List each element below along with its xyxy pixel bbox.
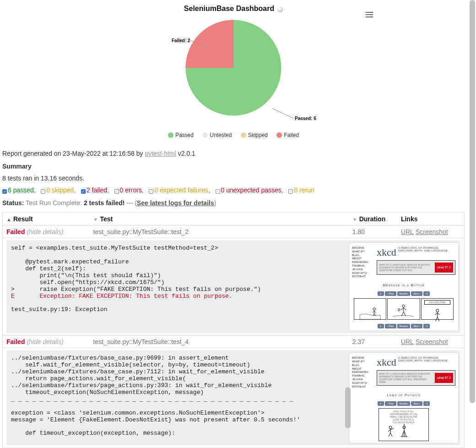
xkcd-logo: xkcd — [377, 246, 396, 258]
test-name: test_suite.py::MyTestSuite::test_2 — [90, 226, 349, 238]
scrollbar-thumb[interactable] — [470, 0, 475, 403]
traceback: self = <examples.test_suite.MyTestSuite … — [6, 240, 347, 333]
filter-xfail[interactable]: ✓0 expected failures — [149, 186, 208, 194]
checkbox-icon: ✓ — [41, 189, 45, 194]
filter-skipped[interactable]: ✓0 skipped — [41, 186, 74, 194]
svg-point-7 — [402, 305, 405, 307]
svg-line-9 — [401, 308, 404, 310]
svg-point-14 — [436, 309, 438, 312]
chart-label-passed: Passed: 6 — [295, 116, 316, 121]
screenshot-link[interactable]: Screenshot — [416, 228, 448, 235]
filter-errors[interactable]: ✓0 errors — [114, 186, 142, 194]
trace-row: ../seleniumbase/fixtures/base_case.py:96… — [3, 348, 465, 448]
checkbox-icon: ✓ — [216, 189, 220, 194]
status-orb-icon — [277, 6, 283, 12]
svg-point-13 — [398, 309, 400, 311]
report-generated-line: Report generated on 23-May-2022 at 12:16… — [2, 150, 465, 157]
url-link[interactable]: URL — [401, 338, 414, 345]
svg-line-4 — [374, 311, 376, 313]
svg-line-5 — [373, 314, 374, 316]
checkbox-icon: ✓ — [288, 189, 293, 194]
svg-line-22 — [388, 430, 390, 432]
latest-logs-link[interactable]: See latest logs for details — [137, 199, 214, 207]
table-row: Failed(hide details) test_suite.py::MyTe… — [3, 336, 465, 348]
pie-chart: Failed: 2 Passed: 6 — [2, 13, 465, 127]
svg-line-10 — [404, 308, 406, 310]
dashboard-header: SeleniumBase Dashboard — [2, 2, 465, 13]
svg-line-28 — [402, 431, 404, 437]
col-duration-header[interactable]: ▼Duration — [349, 213, 397, 226]
legend-item-failed[interactable]: Failed — [276, 132, 299, 138]
svg-line-16 — [435, 313, 437, 315]
sort-desc-icon: ▼ — [93, 217, 98, 222]
filter-failed[interactable]: ✓2 failed — [81, 186, 107, 194]
col-test-header[interactable]: ▼Test — [90, 213, 349, 226]
test-duration: 2.37 — [349, 336, 397, 348]
sort-desc-icon: ▼ — [352, 217, 357, 222]
dashboard-title: SeleniumBase Dashboard — [184, 5, 274, 13]
result-status: Failed — [6, 228, 25, 235]
table-row: Failed(hide details) test_suite.py::MyTe… — [3, 226, 465, 238]
sort-asc-icon: ▲ — [6, 217, 11, 222]
checkbox-icon: ✓ — [114, 189, 119, 194]
legend-item-skipped[interactable]: Skipped — [241, 132, 268, 138]
filter-xpass[interactable]: ✓0 unexpected passes — [216, 186, 281, 194]
screenshot-link[interactable]: Screenshot — [416, 338, 448, 345]
checkbox-icon: ✓ — [149, 189, 153, 194]
svg-point-1 — [373, 308, 375, 310]
summary-text: 8 tests ran in 13.16 seconds. — [2, 175, 465, 182]
inner-scrollbar-thumb[interactable] — [345, 387, 351, 428]
page-scrollbar[interactable] — [470, 0, 475, 448]
svg-line-19 — [437, 317, 439, 321]
checkbox-icon: ✓ — [2, 189, 7, 194]
legend-item-passed[interactable]: Passed — [168, 132, 194, 138]
legend-item-untested[interactable]: Untested — [202, 132, 232, 138]
svg-line-24 — [389, 433, 390, 437]
filter-line: ✓6 passed, ✓0 skipped, ✓2 failed, ✓0 err… — [2, 186, 465, 194]
screenshot-thumbnail[interactable]: ARCHIVEWHAT IF?BLAGABOUTFEED•EMAILTW•FB•… — [349, 242, 459, 331]
xkcd-logo: xkcd — [377, 356, 396, 368]
pie-chart-svg — [183, 17, 284, 118]
svg-line-29 — [404, 431, 406, 437]
hide-details-toggle[interactable]: (hide details) — [27, 338, 63, 345]
page-root: SeleniumBase Dashboard Failed: 2 Passed:… — [0, 0, 467, 448]
col-result-header[interactable]: ▲Result — [3, 213, 90, 226]
chart-legend: Passed Untested Skipped Failed — [2, 127, 465, 145]
col-links-header[interactable]: Links — [397, 213, 465, 226]
svg-line-18 — [435, 317, 437, 321]
test-duration: 1.80 — [349, 226, 397, 238]
result-status: Failed — [6, 338, 25, 345]
filter-passed[interactable]: ✓6 passed — [2, 186, 34, 194]
filter-rerun[interactable]: ✓0 rerun — [288, 186, 314, 194]
test-name: test_suite.py::MyTestSuite::test_4 — [90, 336, 349, 348]
results-table: ▲Result ▼Test ▼Duration Links Failed(hid… — [2, 212, 465, 448]
summary-heading: Summary — [2, 163, 465, 170]
hide-details-toggle[interactable]: (hide details) — [27, 228, 63, 235]
svg-line-17 — [437, 313, 439, 315]
traceback: ../seleniumbase/fixtures/base_case.py:96… — [6, 350, 347, 445]
svg-line-6 — [374, 314, 376, 316]
svg-point-20 — [389, 426, 392, 429]
checkbox-icon: ✓ — [81, 189, 86, 194]
svg-line-25 — [390, 433, 392, 437]
svg-line-3 — [373, 311, 374, 313]
screenshot-thumbnail[interactable]: ARCHIVEWHAT IF?BLAGABOUTFEED•EMAILTW•FB•… — [349, 352, 459, 443]
url-link[interactable]: URL — [401, 228, 414, 235]
status-line: Status: Test Run Complete: 2 tests faile… — [2, 199, 465, 207]
chart-label-failed: Failed: 2 — [172, 38, 190, 43]
pytest-html-link[interactable]: pytest-html — [145, 150, 176, 157]
trace-row: self = <examples.test_suite.MyTestSuite … — [3, 238, 465, 336]
